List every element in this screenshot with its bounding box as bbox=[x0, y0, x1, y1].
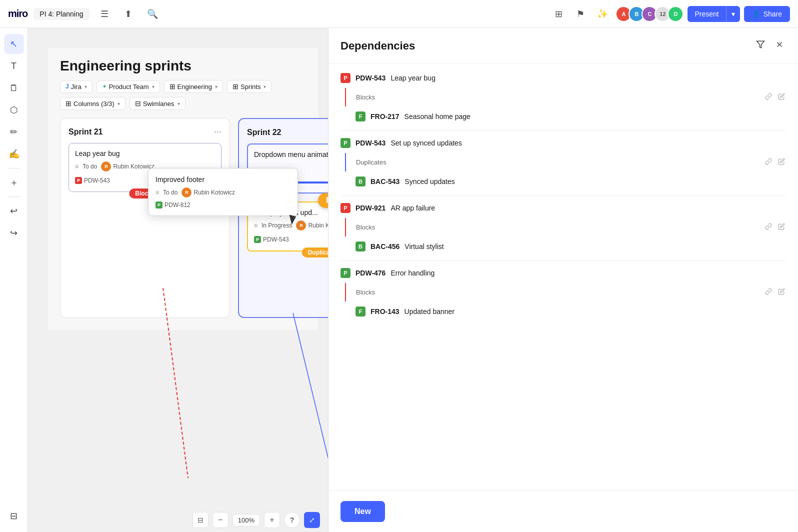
card-leap-year-title: Leap year bug bbox=[75, 150, 215, 158]
dep-icon-green-1: F bbox=[356, 112, 366, 122]
list-icon: ≡ bbox=[75, 163, 78, 170]
handwriting-icon: ✍ bbox=[8, 148, 20, 160]
dep-unlink-button-1[interactable] bbox=[764, 92, 773, 102]
expand-icon: ⤢ bbox=[309, 516, 315, 524]
product-team-chevron: ▾ bbox=[152, 84, 154, 90]
synced-assignee: R Rubin Kotowicz bbox=[296, 220, 328, 230]
floating-card-meta: ≡ To do R Rubin Kotowicz bbox=[156, 188, 290, 198]
dep-unlink-button-2[interactable] bbox=[764, 157, 773, 168]
dep-edit-button-3[interactable] bbox=[777, 222, 786, 232]
filter-engineering[interactable]: ⊞ Engineering ▾ bbox=[164, 80, 223, 93]
dep-updated-banner-name: Updated banner bbox=[404, 308, 454, 316]
topbar-right: ⊞ ⚑ ✨ A B C 12 D Present ▾ 👤 Share bbox=[550, 5, 790, 23]
handwriting-tool-button[interactable]: ✍ bbox=[4, 144, 24, 164]
dep-bac543-id: BAC-543 bbox=[370, 178, 400, 186]
engineering-icon: ⊞ bbox=[170, 82, 176, 90]
avatar-4: D bbox=[668, 6, 684, 22]
grid-icon: ⊞ bbox=[555, 8, 562, 20]
dep-virtual-stylist-name: Virtual stylist bbox=[404, 242, 444, 250]
new-dependency-button[interactable]: New bbox=[340, 501, 385, 522]
dep-edit-button-2[interactable] bbox=[777, 157, 786, 168]
columns-label: Columns (3/3) bbox=[74, 100, 114, 108]
pdw-badge-red: P bbox=[75, 177, 82, 184]
sticky-tool-button[interactable]: 🗒 bbox=[4, 78, 24, 98]
filter-sprints[interactable]: ⊞ Sprints ▾ bbox=[227, 80, 272, 93]
dep-edit-button-1[interactable] bbox=[777, 92, 786, 102]
add-tool-button[interactable]: ＋ bbox=[4, 172, 24, 192]
floating-card-footer: P PDW-812 bbox=[156, 202, 290, 208]
expand-button[interactable]: ⤢ bbox=[304, 512, 320, 528]
sidebar-toggle-button[interactable]: ⊟ bbox=[4, 506, 24, 526]
dropdown-card-title: Dropdown menu animation bbox=[254, 150, 328, 158]
text-icon: T bbox=[11, 61, 16, 72]
product-team-label: Product Team bbox=[109, 83, 149, 90]
toolbar-separator-1 bbox=[8, 168, 20, 168]
close-dep-panel-button[interactable] bbox=[773, 38, 786, 54]
unlink-icon-3 bbox=[765, 223, 772, 230]
search-button[interactable]: 🔍 bbox=[144, 5, 162, 23]
floating-card[interactable]: Improved footer ≡ To do R Rubin Kotowicz… bbox=[148, 168, 298, 216]
dep-icon-green-5: P bbox=[340, 268, 350, 278]
duplicates-badge: Duplicates bbox=[302, 248, 328, 258]
dep-synced-updates-name: Set up synced updates bbox=[390, 139, 462, 147]
board-title: Engineering sprints bbox=[60, 58, 306, 74]
cursor-tool-button[interactable]: ↖ bbox=[4, 34, 24, 54]
dep-item-pdw543-leap: P PDW-543 Leap year bug bbox=[340, 68, 786, 88]
filter-jira[interactable]: J Jira ▾ bbox=[60, 80, 92, 93]
filter-columns[interactable]: ⊞ Columns (3/3) ▾ bbox=[60, 97, 126, 110]
menu-button[interactable]: ☰ bbox=[96, 5, 114, 23]
undo-button[interactable]: ↩ bbox=[4, 201, 24, 221]
filter-button[interactable] bbox=[754, 38, 767, 54]
unlink-icon-1 bbox=[765, 93, 772, 100]
dep-actions-1 bbox=[764, 92, 786, 102]
hamburger-icon: ☰ bbox=[100, 8, 108, 20]
add-icon: ＋ bbox=[10, 176, 18, 188]
sprint-21-name: Sprint 21 bbox=[68, 128, 102, 136]
dep-bac456-id: BAC-456 bbox=[370, 242, 400, 250]
redo-icon: ↪ bbox=[10, 228, 18, 238]
dep-unlink-button-4[interactable] bbox=[764, 287, 773, 298]
svg-marker-2 bbox=[757, 41, 764, 48]
present-button[interactable]: Present ▾ bbox=[688, 6, 740, 22]
sprint-21-more-button[interactable]: ··· bbox=[214, 126, 222, 137]
sprint-22-column: Sprint 22 ··· Dropdown menu animation A … bbox=[238, 118, 328, 318]
dep-group-3: P PDW-921 AR app failure Blocks bbox=[340, 198, 786, 256]
product-team-icon: ✦ bbox=[102, 83, 107, 90]
dep-icon-green-2: P bbox=[340, 138, 350, 148]
dep-group-2: P PDW-543 Set up synced updates Duplicat… bbox=[340, 133, 786, 192]
card-leap-year-status: To do bbox=[82, 163, 97, 170]
list-icon-2: ≡ bbox=[254, 222, 258, 229]
redo-button[interactable]: ↪ bbox=[4, 223, 24, 243]
jira-label: Jira bbox=[71, 83, 82, 90]
shape-tool-button[interactable]: ⬡ bbox=[4, 100, 24, 120]
dep-relation-blocks-2: Blocks bbox=[345, 218, 786, 236]
text-tool-button[interactable]: T bbox=[4, 56, 24, 76]
pen-icon: ✏ bbox=[10, 126, 18, 138]
flag-icon: ⚑ bbox=[576, 8, 584, 20]
canvas[interactable]: Engineering sprints J Jira ▾ ✦ Product T… bbox=[28, 28, 328, 532]
filter-product-team[interactable]: ✦ Product Team ▾ bbox=[96, 80, 160, 93]
dep-seasonal-name: Seasonal home page bbox=[404, 112, 470, 120]
dep-unlink-button-3[interactable] bbox=[764, 222, 773, 232]
present-dropdown-icon: ▾ bbox=[726, 6, 740, 22]
help-button[interactable]: ? bbox=[284, 512, 300, 528]
flag-button[interactable]: ⚑ bbox=[572, 5, 590, 23]
dep-edit-button-4[interactable] bbox=[777, 287, 786, 298]
avatar-group: A B C 12 D bbox=[616, 6, 684, 22]
dep-fro217-id: FRO-217 bbox=[370, 112, 400, 120]
dep-item-pdw921: P PDW-921 AR app failure bbox=[340, 198, 786, 218]
emoji-button[interactable]: ✨ bbox=[594, 5, 612, 23]
zoom-out-button[interactable]: − bbox=[212, 512, 228, 528]
minus-icon: − bbox=[218, 516, 222, 524]
apps-button[interactable]: ⊞ bbox=[550, 5, 568, 23]
pen-tool-button[interactable]: ✏ bbox=[4, 122, 24, 142]
zoom-in-button[interactable]: + bbox=[264, 512, 280, 528]
share-label: Share bbox=[764, 10, 782, 18]
filter-swimlanes[interactable]: ⊟ Swimlanes ▾ bbox=[130, 97, 186, 110]
share-export-button[interactable]: ⬆ bbox=[120, 5, 138, 23]
share-button[interactable]: 👤 Share bbox=[744, 6, 790, 22]
columns-chevron: ▾ bbox=[118, 101, 120, 106]
board-header: Engineering sprints J Jira ▾ ✦ Product T… bbox=[48, 48, 318, 118]
board-title-chip[interactable]: PI 4: Planning bbox=[34, 8, 89, 20]
left-panel-toggle-button[interactable]: ⊟ bbox=[192, 512, 208, 528]
